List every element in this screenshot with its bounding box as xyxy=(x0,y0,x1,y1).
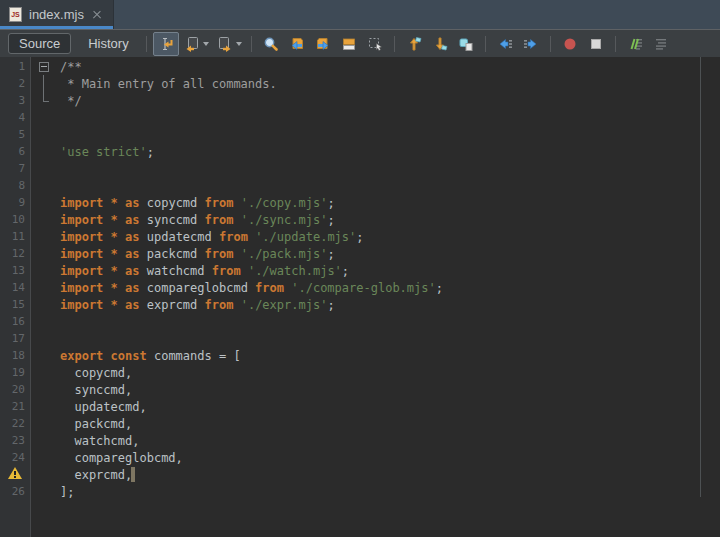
line-number: 13 xyxy=(0,264,30,277)
back-dropdown-icon[interactable] xyxy=(203,42,209,46)
code-text[interactable]: import * as synccmd from './sync.mjs'; xyxy=(60,213,335,227)
fold-margin xyxy=(30,262,60,279)
fold-toggle-icon[interactable] xyxy=(30,58,60,75)
code-text[interactable]: export const commands = [ xyxy=(60,349,241,363)
forward-icon xyxy=(217,36,233,52)
find-previous-icon xyxy=(289,36,305,52)
stop-macro-recording-icon xyxy=(588,36,604,52)
fold-margin xyxy=(30,364,60,381)
line-number: 10 xyxy=(0,213,30,226)
rectangular-selection-button[interactable] xyxy=(362,32,388,56)
fold-margin xyxy=(30,245,60,262)
code-text[interactable]: * Main entry of all commands. xyxy=(60,77,277,91)
line-number: 7 xyxy=(0,162,30,175)
code-line: 1/** xyxy=(0,58,720,75)
jump-last-edit-button[interactable] xyxy=(153,32,179,56)
code-text[interactable]: import * as watchcmd from './watch.mjs'; xyxy=(60,264,349,278)
fold-margin xyxy=(30,228,60,245)
fold-margin xyxy=(30,211,60,228)
line-number: 5 xyxy=(0,128,30,141)
uncomment-button[interactable] xyxy=(648,32,674,56)
code-text[interactable]: updatecmd, xyxy=(60,400,147,414)
shift-right-button[interactable] xyxy=(518,32,544,56)
code-text[interactable]: compareglobcmd, xyxy=(60,451,183,465)
toolbar-separator xyxy=(146,36,147,52)
code-line: 17 xyxy=(0,330,720,347)
find-previous-button[interactable] xyxy=(284,32,310,56)
back-button[interactable] xyxy=(179,32,205,56)
line-number: 16 xyxy=(0,315,30,328)
code-line: 2 * Main entry of all commands. xyxy=(0,75,720,92)
close-icon[interactable] xyxy=(91,9,103,21)
tab-title: index.mjs xyxy=(29,7,84,22)
code-text[interactable]: import * as compareglobcmd from './compa… xyxy=(60,281,443,295)
fold-margin xyxy=(30,398,60,415)
code-line: 3 */ xyxy=(0,92,720,109)
fold-margin xyxy=(30,177,60,194)
stop-macro-recording-button[interactable] xyxy=(583,32,609,56)
code-line: 19 copycmd, xyxy=(0,364,720,381)
code-text[interactable]: import * as exprcmd from './expr.mjs'; xyxy=(60,298,335,312)
fold-margin xyxy=(30,432,60,449)
fold-margin xyxy=(30,330,60,347)
ide-window: JS index.mjs Source History 1/**2 * Main… xyxy=(0,0,720,537)
toolbar-separator xyxy=(615,36,616,52)
line-number: 14 xyxy=(0,281,30,294)
toolbar-separator xyxy=(485,36,486,52)
code-text[interactable]: import * as copycmd from './copy.mjs'; xyxy=(60,196,335,210)
back-icon xyxy=(184,36,200,52)
comment-button[interactable] xyxy=(622,32,648,56)
editor-toolbar: Source History xyxy=(0,29,720,58)
next-bookmark-button[interactable] xyxy=(427,32,453,56)
code-text[interactable]: /** xyxy=(60,60,82,74)
code-editor[interactable]: 1/**2 * Main entry of all commands.3 */4… xyxy=(0,57,720,537)
previous-bookmark-icon xyxy=(406,36,422,52)
line-number: 19 xyxy=(0,366,30,379)
fold-margin xyxy=(30,160,60,177)
line-number: 21 xyxy=(0,400,30,413)
start-macro-recording-button[interactable] xyxy=(557,32,583,56)
toggle-bookmark-icon xyxy=(458,36,474,52)
line-number: 12 xyxy=(0,247,30,260)
toggle-highlight-search-button[interactable] xyxy=(336,32,362,56)
code-line: 16 xyxy=(0,313,720,330)
code-text[interactable]: packcmd, xyxy=(60,417,132,431)
toggle-bookmark-button[interactable] xyxy=(453,32,479,56)
find-next-button[interactable] xyxy=(310,32,336,56)
toolbar-separator xyxy=(394,36,395,52)
code-text[interactable]: import * as packcmd from './pack.mjs'; xyxy=(60,247,335,261)
code-text[interactable]: watchcmd, xyxy=(60,434,139,448)
code-text[interactable]: synccmd, xyxy=(60,383,132,397)
code-text[interactable]: ]; xyxy=(60,485,74,499)
toggle-highlight-search-icon xyxy=(341,36,357,52)
code-text[interactable]: 'use strict'; xyxy=(60,145,154,159)
code-line: 4 xyxy=(0,109,720,126)
code-text[interactable]: exprcmd, xyxy=(60,467,135,482)
code-text[interactable]: copycmd, xyxy=(60,366,132,380)
code-line: 9import * as copycmd from './copy.mjs'; xyxy=(0,194,720,211)
source-view-button[interactable]: Source xyxy=(8,33,71,54)
forward-dropdown-icon[interactable] xyxy=(236,42,242,46)
fold-margin xyxy=(30,466,60,483)
tab-index-mjs[interactable]: JS index.mjs xyxy=(0,0,114,29)
rectangular-selection-icon xyxy=(367,36,383,52)
line-number: 26 xyxy=(0,485,30,498)
line-number: 2 xyxy=(0,77,30,90)
find-selection-button[interactable] xyxy=(258,32,284,56)
fold-margin xyxy=(30,415,60,432)
line-number: 1 xyxy=(0,60,30,73)
forward-button[interactable] xyxy=(212,32,238,56)
warning-icon[interactable] xyxy=(8,467,22,479)
toolbar-separator xyxy=(251,36,252,52)
code-text[interactable]: */ xyxy=(60,94,82,108)
js-file-icon: JS xyxy=(9,7,22,22)
code-line: 23 watchcmd, xyxy=(0,432,720,449)
code-text[interactable]: import * as updatecmd from './update.mjs… xyxy=(60,230,364,244)
code-line: 5 xyxy=(0,126,720,143)
shift-left-button[interactable] xyxy=(492,32,518,56)
fold-margin xyxy=(30,279,60,296)
history-view-button[interactable]: History xyxy=(77,33,139,54)
previous-bookmark-button[interactable] xyxy=(401,32,427,56)
code-line: exprcmd, xyxy=(0,466,720,483)
gutter-warning-cell xyxy=(0,467,30,482)
